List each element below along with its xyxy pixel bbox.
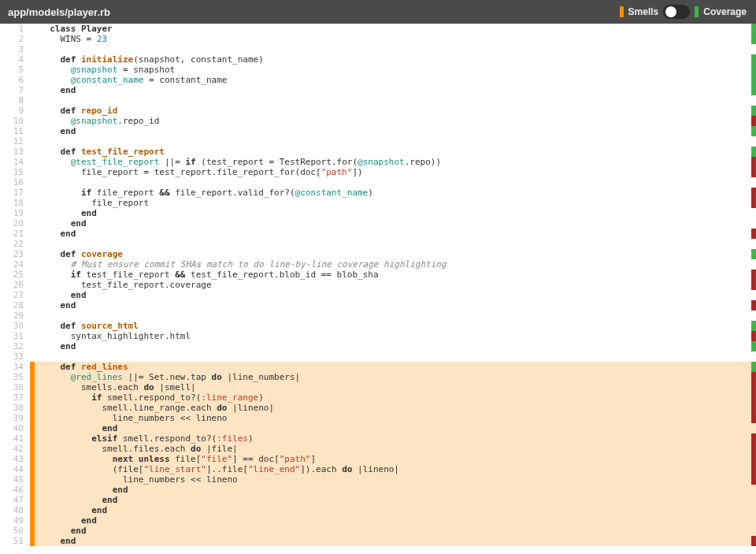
coverage-gutter (751, 413, 756, 423)
code-line[interactable]: 46 end (0, 485, 756, 495)
line-number: 16 (0, 177, 30, 188)
code-content: test_file_report.coverage (35, 280, 751, 290)
code-line[interactable]: 50 end (0, 526, 756, 536)
coverage-gutter (751, 351, 756, 362)
code-line[interactable]: 30 def source_html (0, 321, 756, 331)
code-content: @snapshot = snapshot (35, 65, 751, 75)
line-number: 4 (0, 54, 30, 65)
smells-coverage-toggle[interactable] (663, 5, 690, 19)
code-line[interactable]: 32 end (0, 341, 756, 351)
code-content: def repo_id (35, 106, 751, 116)
code-line[interactable]: 39 line_numbers << lineno (0, 413, 756, 423)
line-number: 18 (0, 198, 30, 208)
code-line[interactable]: 15 file_report = test_report.file_report… (0, 167, 756, 177)
coverage-gutter (751, 341, 756, 351)
code-content: end (35, 505, 751, 515)
line-number: 22 (0, 239, 30, 249)
code-line[interactable]: 47 end (0, 495, 756, 505)
code-line[interactable]: 6 @constant_name = constant_name (0, 75, 756, 85)
code-line[interactable]: 37 if smell.respond_to?(:line_range) (0, 392, 756, 403)
code-line[interactable]: 35 @red_lines ||= Set.new.tap do |line_n… (0, 372, 756, 382)
code-line[interactable]: 36 smells.each do |smell| (0, 382, 756, 392)
code-line[interactable]: 27 end (0, 290, 756, 300)
coverage-gutter (751, 372, 756, 382)
code-content: def initialize(snapshot, constant_name) (35, 54, 751, 65)
coverage-gutter (751, 136, 756, 147)
code-content: end (35, 526, 751, 536)
code-content: @red_lines ||= Set.new.tap do |line_numb… (35, 372, 751, 382)
code-line[interactable]: 11 end (0, 126, 756, 136)
line-number: 39 (0, 413, 30, 423)
code-line[interactable]: 18 file_report (0, 198, 756, 208)
code-line[interactable]: 22 (0, 239, 756, 249)
code-content: end (35, 229, 751, 239)
code-line[interactable]: 48 end (0, 505, 756, 515)
code-line[interactable]: 5 @snapshot = snapshot (0, 65, 756, 75)
code-line[interactable]: 2 WINS = 23 (0, 34, 756, 44)
coverage-gutter (751, 239, 756, 249)
code-line[interactable]: 49 end (0, 515, 756, 526)
code-line[interactable]: 1 class Player (0, 24, 756, 34)
code-content: def coverage (35, 249, 751, 259)
code-line[interactable]: 20 end (0, 218, 756, 229)
code-line[interactable]: 43 next unless file["file"] == doc["path… (0, 454, 756, 464)
code-line[interactable]: 17 if file_report && file_report.valid_f… (0, 188, 756, 198)
code-line[interactable]: 34 def red_lines (0, 362, 756, 372)
code-line[interactable]: 8 (0, 95, 756, 106)
code-line[interactable]: 12 (0, 136, 756, 147)
coverage-gutter (751, 75, 756, 85)
line-number: 43 (0, 454, 30, 464)
coverage-gutter (751, 280, 756, 290)
coverage-swatch-icon (695, 6, 699, 17)
code-line[interactable]: 41 elsif smell.respond_to?(:files) (0, 433, 756, 444)
line-number: 26 (0, 280, 30, 290)
code-line[interactable]: 16 (0, 177, 756, 188)
code-content: end (35, 300, 751, 310)
code-line[interactable]: 25 if test_file_report && test_file_repo… (0, 270, 756, 280)
code-line[interactable]: 51 end (0, 536, 756, 546)
code-line[interactable]: 44 (file["line_start"]..file["line_end"]… (0, 464, 756, 474)
code-line[interactable]: 26 test_file_report.coverage (0, 280, 756, 290)
smells-label[interactable]: Smells (628, 6, 659, 17)
line-number: 14 (0, 157, 30, 167)
code-content: file_report = test_report.file_report_fo… (35, 167, 751, 177)
code-content: if test_file_report && test_file_report.… (35, 270, 751, 280)
code-line[interactable]: 45 line_numbers << lineno (0, 474, 756, 485)
coverage-gutter (751, 95, 756, 106)
coverage-gutter (751, 44, 756, 54)
code-line[interactable]: 4 def initialize(snapshot, constant_name… (0, 54, 756, 65)
code-line[interactable]: 24 # Must ensure commit SHAs match to do… (0, 259, 756, 270)
code-line[interactable]: 3 (0, 44, 756, 54)
code-line[interactable]: 40 end (0, 423, 756, 433)
code-line[interactable]: 23 def coverage (0, 249, 756, 259)
code-content: end (35, 495, 751, 505)
line-number: 17 (0, 188, 30, 198)
code-line[interactable]: 21 end (0, 229, 756, 239)
code-line[interactable]: 9 def repo_id (0, 106, 756, 116)
line-number: 20 (0, 218, 30, 229)
coverage-gutter (751, 85, 756, 95)
code-line[interactable]: 7 end (0, 85, 756, 95)
code-line[interactable]: 10 @snapshot.repo_id (0, 116, 756, 126)
code-line[interactable]: 42 smell.files.each do |file| (0, 444, 756, 454)
line-number: 2 (0, 34, 30, 44)
code-line[interactable]: 29 (0, 310, 756, 321)
line-number: 1 (0, 24, 30, 34)
coverage-gutter (751, 515, 756, 526)
coverage-gutter (751, 495, 756, 505)
code-line[interactable]: 38 smell.line_range.each do |lineno| (0, 403, 756, 413)
code-line[interactable]: 14 @test_file_report ||= if (test_report… (0, 157, 756, 167)
code-line[interactable]: 31 syntax_highlighter.html (0, 331, 756, 341)
code-line[interactable]: 33 (0, 351, 756, 362)
line-number: 47 (0, 495, 30, 505)
coverage-label[interactable]: Coverage (703, 6, 747, 17)
code-editor[interactable]: 1 class Player2 WINS = 2334 def initiali… (0, 24, 756, 554)
code-line[interactable]: 28 end (0, 300, 756, 310)
code-content: next unless file["file"] == doc["path"] (35, 454, 751, 464)
code-content (35, 44, 751, 54)
coverage-gutter (751, 116, 756, 126)
code-line[interactable]: 19 end (0, 208, 756, 218)
code-content: if smell.respond_to?(:line_range) (35, 392, 751, 403)
line-number: 15 (0, 167, 30, 177)
code-line[interactable]: 13 def test_file_report (0, 147, 756, 157)
